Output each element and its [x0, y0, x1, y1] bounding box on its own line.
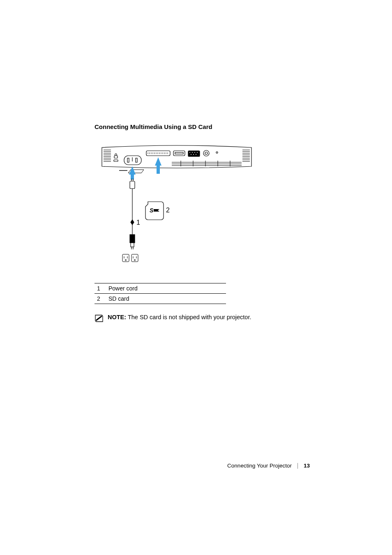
svg-rect-16 [114, 156, 118, 158]
svg-marker-58 [129, 166, 136, 180]
legend-num: 1 [95, 283, 106, 294]
svg-point-45 [196, 154, 196, 155]
note-icon [95, 314, 104, 324]
footer-section: Connecting Your Projector [227, 463, 292, 469]
svg-point-46 [203, 150, 209, 156]
svg-marker-59 [155, 157, 161, 174]
arrow-sd [155, 157, 161, 174]
section-heading: Connecting Multimedia Using a SD Card [95, 123, 308, 130]
svg-point-39 [189, 152, 190, 153]
outlet-graphic [122, 254, 138, 262]
callout-1: 1 [136, 219, 140, 226]
svg-rect-65 [131, 243, 134, 247]
note-label: NOTE: [108, 314, 126, 320]
page-number: 13 [304, 463, 310, 469]
svg-point-43 [191, 154, 191, 155]
svg-text:S: S [150, 207, 154, 214]
page-footer: Connecting Your Projector 13 [227, 463, 310, 469]
svg-rect-37 [175, 152, 183, 154]
note-body: The SD card is not shipped with your pro… [126, 314, 251, 320]
legend-table: 1 Power cord 2 SD card [95, 283, 226, 304]
projector-outline [102, 145, 251, 173]
svg-point-48 [216, 152, 218, 153]
svg-point-76 [134, 260, 136, 261]
callout-2: 2 [166, 207, 170, 214]
power-cord-graphic [130, 179, 135, 249]
svg-point-72 [125, 260, 127, 261]
arrow-power [129, 166, 136, 180]
svg-rect-19 [127, 158, 129, 162]
svg-point-42 [197, 152, 198, 153]
note-block: NOTE: The SD card is not shipped with yo… [95, 314, 308, 324]
svg-rect-64 [130, 235, 135, 243]
svg-point-41 [194, 152, 195, 153]
legend-label: SD card [106, 294, 226, 304]
svg-point-40 [192, 152, 193, 153]
footer-separator [297, 463, 298, 469]
note-text: NOTE: The SD card is not shipped with yo… [108, 314, 251, 320]
svg-rect-38 [188, 151, 200, 157]
svg-rect-22 [146, 151, 170, 156]
svg-point-47 [205, 152, 208, 154]
sd-card-graphic: S [145, 202, 164, 220]
svg-point-44 [193, 154, 194, 155]
svg-rect-60 [130, 181, 135, 189]
table-row: 2 SD card [95, 294, 226, 304]
connection-diagram: S 1 2 [99, 142, 308, 267]
svg-rect-17 [114, 160, 118, 161]
svg-rect-20 [136, 158, 137, 162]
table-row: 1 Power cord [95, 283, 226, 294]
legend-num: 2 [95, 294, 106, 304]
svg-rect-18 [124, 156, 141, 165]
legend-label: Power cord [106, 283, 226, 294]
